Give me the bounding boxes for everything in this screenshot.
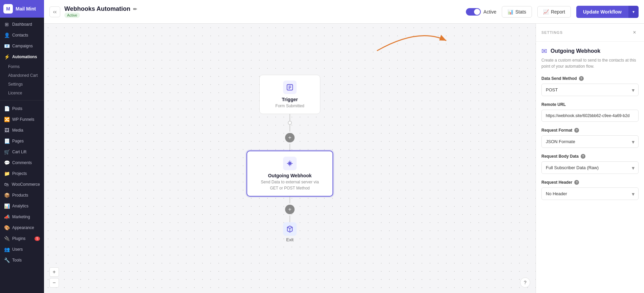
sidebar-item-posts[interactable]: 📄 Posts xyxy=(0,103,44,114)
webhook-node[interactable]: Outgoing Webhook Send Data to external s… xyxy=(246,151,333,197)
sidebar-item-comments[interactable]: 💬 Comments xyxy=(0,157,44,168)
sidebar-main-section: ⊞ Dashboard 👤 Contacts 📧 Campaigns ⚡ Aut… xyxy=(0,18,44,99)
status-badge: Active xyxy=(64,13,80,18)
remote-url-input[interactable] xyxy=(541,110,639,122)
add-node-button-1[interactable]: + xyxy=(285,133,295,142)
sidebar-item-campaigns[interactable]: 📧 Campaigns xyxy=(0,41,44,51)
back-button[interactable]: ‹‹ xyxy=(49,6,60,17)
projects-icon: 📁 xyxy=(4,171,9,176)
sidebar-item-analytics[interactable]: 📊 Analytics xyxy=(0,201,44,211)
stats-button[interactable]: 📊 Stats xyxy=(502,6,532,18)
request-header-help[interactable]: ? xyxy=(574,180,579,185)
request-header-label: Request Header ? xyxy=(541,180,639,185)
topbar-right: Active 📊 Stats 📈 Report Update Workflow … xyxy=(466,6,639,18)
webhook-settings-icon: ✉ xyxy=(541,47,547,55)
sidebar-item-cart-lift[interactable]: 🛒 Cart Lift xyxy=(0,146,44,157)
close-icon: × xyxy=(633,29,636,36)
help-button[interactable]: ? xyxy=(520,277,530,288)
active-toggle-group: Active xyxy=(466,8,496,16)
appearance-icon: 🎨 xyxy=(4,225,9,230)
update-workflow-button[interactable]: Update Workflow xyxy=(576,6,628,18)
pages-icon: 📃 xyxy=(4,138,9,144)
analytics-icon: 📊 xyxy=(4,203,9,209)
zoom-in-button[interactable]: + xyxy=(49,267,59,277)
request-header-field: Request Header ? No Header Custom Header xyxy=(541,180,639,200)
campaigns-icon: 📧 xyxy=(4,43,9,49)
posts-icon: 📄 xyxy=(4,106,9,111)
request-format-select[interactable]: JSON Formate XML Form Data xyxy=(541,135,639,148)
webhook-header: ✉ Outgoing Webhook xyxy=(541,47,639,55)
trigger-node[interactable]: Trigger Form Submitted xyxy=(259,75,320,114)
request-body-data-help[interactable]: ? xyxy=(581,154,585,159)
request-format-label: Request Format ? xyxy=(541,128,639,133)
update-workflow-button-group: Update Workflow ▾ xyxy=(576,6,639,18)
sidebar-item-marketing[interactable]: 📣 Marketing xyxy=(0,211,44,222)
sidebar-item-contacts[interactable]: 👤 Contacts xyxy=(0,30,44,41)
sidebar-item-users[interactable]: 👥 Users xyxy=(0,244,44,255)
request-format-help[interactable]: ? xyxy=(574,128,579,133)
connector-1 xyxy=(289,114,290,121)
sidebar-item-projects[interactable]: 📁 Projects xyxy=(0,168,44,179)
request-header-select[interactable]: No Header Custom Header xyxy=(541,187,639,200)
exit-node-label: Exit xyxy=(286,237,294,242)
data-send-method-help[interactable]: ? xyxy=(579,76,584,81)
request-body-data-select-wrapper: Full Subscriber Data (Raw) Custom Fields xyxy=(541,161,639,174)
sidebar-item-automations[interactable]: ⚡ Automations xyxy=(0,51,44,62)
active-toggle-label: Active xyxy=(484,9,496,15)
add-node-button-2[interactable]: + xyxy=(285,205,295,214)
report-button[interactable]: 📈 Report xyxy=(537,6,571,18)
sidebar-sub-item-settings[interactable]: Settings xyxy=(0,80,44,89)
webhook-settings-desc: Create a custom email to send to the con… xyxy=(541,57,639,69)
marketing-icon: 📣 xyxy=(4,214,9,220)
update-workflow-dropdown[interactable]: ▾ xyxy=(628,6,639,18)
zoom-controls: + − xyxy=(49,267,59,288)
plugins-icon: 🔌 xyxy=(4,236,9,241)
sidebar-wp-section: 📄 Posts 🔀 WP Funnels 🖼 Media 📃 Pages 🛒 C… xyxy=(0,102,44,267)
webhook-settings-title: Outgoing Webhook xyxy=(551,48,600,54)
webhook-node-title: Outgoing Webhook xyxy=(261,173,319,178)
workflow-canvas[interactable]: Trigger Form Submitted + xyxy=(44,24,536,293)
remote-url-field: Remote URL xyxy=(541,102,639,122)
trigger-node-subtitle: Form Submitted xyxy=(273,104,306,108)
sidebar-item-pages[interactable]: 📃 Pages xyxy=(0,136,44,146)
report-icon: 📈 xyxy=(543,9,549,15)
comments-icon: 💬 xyxy=(4,160,9,165)
sidebar-item-plugins[interactable]: 🔌 Plugins 5 xyxy=(0,233,44,244)
sidebar-item-tools[interactable]: 🔧 Tools xyxy=(0,255,44,266)
trigger-node-icon xyxy=(283,81,297,94)
data-send-method-select[interactable]: POST GET xyxy=(541,84,639,96)
exit-node-icon xyxy=(283,222,297,236)
sidebar-item-woocommerce[interactable]: 🛍 WooCommerce xyxy=(0,179,44,190)
dropdown-arrow-icon: ▾ xyxy=(632,9,635,14)
automations-icon: ⚡ xyxy=(4,54,9,60)
sidebar-sub-item-forms[interactable]: Forms xyxy=(0,62,44,71)
zoom-out-button[interactable]: − xyxy=(49,278,59,288)
sidebar-item-dashboard[interactable]: ⊞ Dashboard xyxy=(0,19,44,30)
plugins-badge: 5 xyxy=(35,236,40,241)
request-body-data-label: Request Body Data ? xyxy=(541,154,639,159)
sidebar-item-media[interactable]: 🖼 Media xyxy=(0,125,44,136)
data-send-method-select-wrapper: POST GET xyxy=(541,84,639,96)
media-icon: 🖼 xyxy=(4,128,9,133)
sidebar-logo[interactable]: M Mail Mint xyxy=(0,0,44,18)
settings-body: ✉ Outgoing Webhook Create a custom email… xyxy=(536,42,644,211)
settings-close-button[interactable]: × xyxy=(630,28,639,37)
request-body-data-field: Request Body Data ? Full Subscriber Data… xyxy=(541,154,639,174)
users-icon: 👥 xyxy=(4,247,9,252)
woocommerce-icon: 🛍 xyxy=(4,182,9,187)
sidebar-item-wp-funnels[interactable]: 🔀 WP Funnels xyxy=(0,114,44,125)
request-header-select-wrapper: No Header Custom Header xyxy=(541,187,639,200)
settings-panel-title: SETTINGS xyxy=(541,30,563,35)
active-toggle[interactable] xyxy=(466,8,481,16)
connector-dot-1 xyxy=(288,121,292,125)
sidebar-item-products[interactable]: 📦 Products xyxy=(0,190,44,201)
remote-url-label: Remote URL xyxy=(541,102,639,107)
sidebar-sub-item-licence[interactable]: Licence xyxy=(0,89,44,97)
edit-title-icon[interactable]: ✏ xyxy=(133,6,137,12)
dashboard-icon: ⊞ xyxy=(4,22,9,27)
trigger-node-group: Trigger Form Submitted xyxy=(259,75,320,132)
sidebar-sub-item-abandoned-cart[interactable]: Abandoned Cart xyxy=(0,71,44,80)
request-body-data-select[interactable]: Full Subscriber Data (Raw) Custom Fields xyxy=(541,161,639,174)
sidebar-item-appearance[interactable]: 🎨 Appearance xyxy=(0,222,44,233)
back-arrow-icon: ‹‹ xyxy=(53,9,57,15)
